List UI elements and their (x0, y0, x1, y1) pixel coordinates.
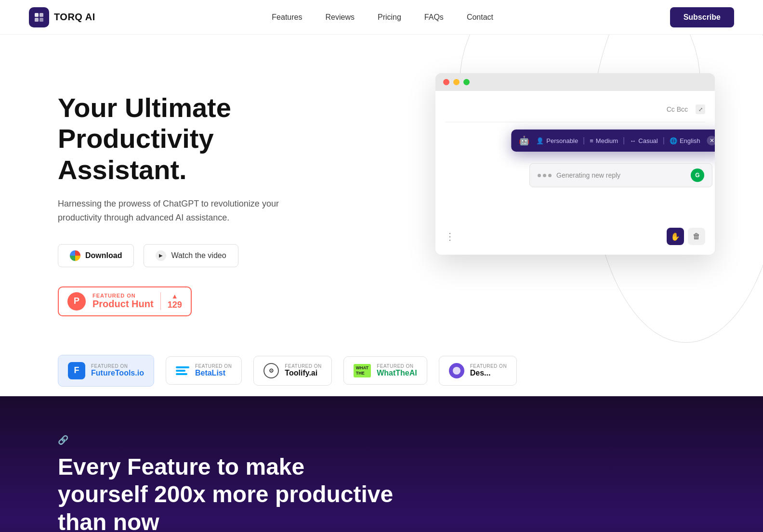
medium-label: Medium (596, 137, 618, 144)
featured-strip: F Featured on FutureTools.io FEATURED ON… (0, 345, 763, 396)
medium-icon: ≡ (590, 137, 593, 144)
product-hunt-badge[interactable]: P FEATURED ON Product Hunt ▲ 129 (58, 286, 192, 316)
dark-section: 🔗 Every Feature to make yourself 200x mo… (0, 396, 763, 532)
window-minimize-dot (453, 79, 460, 85)
featured-whattheai[interactable]: WHATTHE Featured on WhatTheAI (343, 356, 427, 385)
ai-tag-english[interactable]: 🌐 English (670, 137, 700, 144)
send-button[interactable]: ✋ (667, 228, 684, 245)
window-close-dot (443, 79, 449, 85)
link-icon: 🔗 (58, 435, 705, 445)
loading-dots (538, 174, 552, 177)
language-icon: 🌐 (670, 137, 677, 144)
tag-sep-3: | (663, 136, 665, 145)
ai-popup-logo-icon: 🤖 (519, 135, 529, 146)
featured-betalist[interactable]: FEATURED ON BetaList (166, 356, 242, 385)
close-popup-button[interactable]: ✕ (707, 136, 715, 145)
window-titlebar (435, 73, 715, 91)
hero-subtitle: Harnessing the prowess of ChatGPT to rev… (58, 197, 318, 225)
ai-tags: 👤 Personable | ≡ Medium | ↔ Casual (536, 136, 700, 145)
navbar: TORQ AI Features Reviews Pricing FAQs Co… (0, 0, 763, 35)
delete-button[interactable]: 🗑 (688, 228, 705, 245)
ph-featured-on: FEATURED ON (92, 293, 154, 298)
dot-3 (548, 174, 552, 177)
ph-arrow-icon: ▲ (171, 292, 178, 300)
featured-toolify[interactable]: ⚙ Featured on Toolify.ai (253, 356, 331, 386)
personable-icon: 👤 (536, 137, 544, 144)
des-logo-icon (449, 363, 464, 378)
watch-video-button[interactable]: ▶ Watch the video (144, 244, 238, 267)
tag-sep-2: | (623, 136, 625, 145)
ai-tag-casual[interactable]: ↔ Casual (630, 137, 658, 144)
nav-features[interactable]: Features (272, 13, 302, 22)
betalist-logo-icon (176, 366, 189, 375)
personable-label: Personable (546, 137, 578, 144)
video-label: Watch the video (171, 251, 226, 260)
gen-avatar-icon: G (691, 169, 704, 182)
toolify-name: Toolify.ai (285, 369, 321, 377)
svg-rect-0 (35, 13, 39, 17)
email-actions: ⋮ ✋ 🗑 (445, 228, 705, 245)
ph-number: 129 (168, 300, 182, 310)
ai-tag-personable[interactable]: 👤 Personable (536, 137, 578, 144)
featured-des[interactable]: Featured on Des... (439, 356, 517, 386)
des-text: Featured on Des... (470, 363, 507, 377)
hero-section: Your Ultimate Productivity Assistant. Ha… (0, 35, 763, 345)
futuretools-label: Featured on (91, 363, 144, 369)
nav-contact[interactable]: Contact (467, 13, 493, 22)
toolify-label: Featured on (285, 363, 321, 369)
betalist-text: FEATURED ON BetaList (195, 363, 232, 377)
toolify-logo-icon: ⚙ (263, 363, 279, 378)
nav-faqs[interactable]: FAQs (424, 13, 444, 22)
casual-icon: ↔ (630, 137, 636, 144)
whattheai-name: WhatTheAI (377, 369, 417, 377)
featured-futuretools[interactable]: F Featured on FutureTools.io (58, 355, 154, 387)
hero-buttons: Download ▶ Watch the video (58, 244, 318, 267)
futuretools-text: Featured on FutureTools.io (91, 363, 144, 377)
email-action-buttons: ✋ 🗑 (667, 228, 705, 245)
expand-icon[interactable]: ⤢ (696, 104, 705, 114)
dot-1 (538, 174, 541, 177)
hero-right: Cc Bcc ⤢ 🤖 👤 Personable | ≡ Medi (318, 73, 715, 255)
dark-section-title: Every Feature to make yourself 200x more… (58, 453, 395, 532)
ai-popup: 🤖 👤 Personable | ≡ Medium | (511, 130, 715, 152)
casual-label: Casual (638, 137, 658, 144)
ph-text: FEATURED ON Product Hunt (92, 293, 154, 310)
window-body: Cc Bcc ⤢ 🤖 👤 Personable | ≡ Medi (435, 91, 715, 255)
ph-count: ▲ 129 (160, 292, 182, 310)
subscribe-button[interactable]: Subscribe (670, 7, 734, 27)
des-name: Des... (470, 369, 507, 377)
cc-bcc-label: Cc Bcc (667, 105, 688, 113)
hero-left: Your Ultimate Productivity Assistant. Ha… (58, 73, 318, 316)
futuretools-name: FutureTools.io (91, 369, 144, 377)
betalist-name: BetaList (195, 369, 232, 377)
hero-title: Your Ultimate Productivity Assistant. (58, 92, 318, 185)
svg-rect-1 (39, 13, 43, 17)
app-window: Cc Bcc ⤢ 🤖 👤 Personable | ≡ Medi (435, 73, 715, 255)
whattheai-text: Featured on WhatTheAI (377, 363, 417, 377)
chrome-icon (70, 250, 80, 261)
whattheai-logo-icon: WHATTHE (354, 364, 371, 377)
email-header: Cc Bcc ⤢ (445, 101, 705, 122)
toolify-text: Featured on Toolify.ai (285, 363, 321, 377)
window-maximize-dot (463, 79, 470, 85)
download-label: Download (85, 251, 122, 260)
svg-rect-2 (35, 18, 39, 22)
brand-logo[interactable]: TORQ AI (29, 7, 95, 27)
ai-tag-medium[interactable]: ≡ Medium (590, 137, 618, 144)
whattheai-label: Featured on (377, 363, 417, 369)
brand-name: TORQ AI (54, 12, 95, 23)
nav-links: Features Reviews Pricing FAQs Contact (272, 13, 493, 22)
generating-bar: Generating new reply G (529, 163, 712, 187)
nav-reviews[interactable]: Reviews (325, 13, 354, 22)
ph-logo-icon: P (67, 292, 86, 311)
download-button[interactable]: Download (58, 244, 134, 267)
tag-sep-1: | (583, 136, 585, 145)
generating-text: Generating new reply (556, 171, 686, 179)
betalist-label: FEATURED ON (195, 363, 232, 369)
ph-name: Product Hunt (92, 298, 154, 310)
svg-point-4 (453, 367, 460, 375)
nav-pricing[interactable]: Pricing (378, 13, 401, 22)
more-options-icon[interactable]: ⋮ (445, 231, 455, 242)
play-icon: ▶ (156, 250, 166, 261)
des-label: Featured on (470, 363, 507, 369)
